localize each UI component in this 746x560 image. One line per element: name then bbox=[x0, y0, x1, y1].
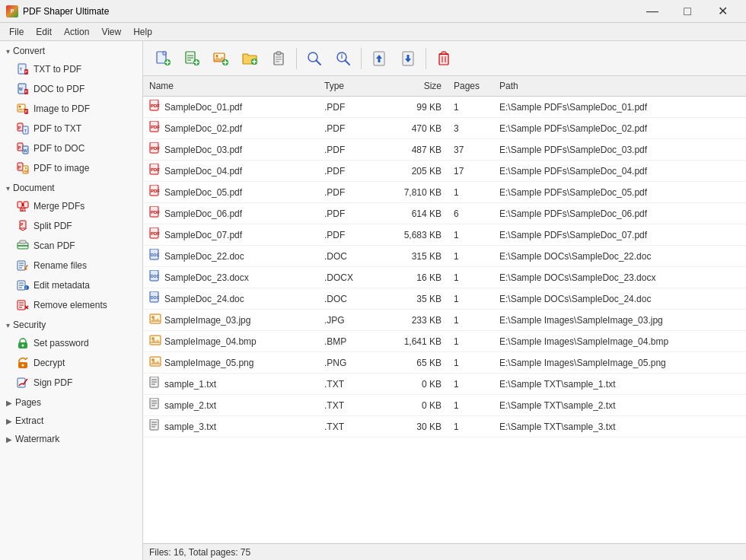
txt-to-pdf-label: TXT to PDF bbox=[33, 64, 81, 75]
close-button[interactable]: ✕ bbox=[705, 0, 740, 23]
txt-to-pdf-icon: TP bbox=[17, 63, 29, 75]
svg-line-81 bbox=[317, 60, 321, 65]
remove-elements-icon bbox=[17, 299, 29, 311]
file-size: 0 KB bbox=[379, 377, 448, 391]
section-pages-header[interactable]: ▶ Pages bbox=[0, 393, 142, 411]
svg-text:PDF: PDF bbox=[151, 125, 160, 129]
svg-rect-32 bbox=[20, 240, 26, 243]
sidebar-item-image-to-pdf[interactable]: P Image to PDF bbox=[0, 99, 142, 119]
sidebar-item-decrypt[interactable]: Decrypt bbox=[0, 353, 142, 373]
minimize-button[interactable]: — bbox=[635, 0, 670, 23]
table-row[interactable]: SampleImage_03.jpg .JPG 233 KB 1 E:\Samp… bbox=[143, 310, 746, 331]
menu-file[interactable]: File bbox=[3, 25, 30, 39]
toolbar-separator-1 bbox=[296, 48, 297, 69]
pdf-to-image-icon: P bbox=[17, 162, 29, 174]
clipboard-button[interactable] bbox=[265, 46, 292, 72]
add-folder-button[interactable] bbox=[236, 46, 263, 72]
table-row[interactable]: DOC SampleDoc_24.doc .DOC 35 KB 1 E:\Sam… bbox=[143, 288, 746, 310]
menu-action[interactable]: Action bbox=[58, 25, 95, 39]
file-name: sample_2.txt bbox=[143, 396, 318, 414]
table-row[interactable]: DOC SampleDoc_22.doc .DOC 315 KB 1 E:\Sa… bbox=[143, 246, 746, 267]
document-chevron: ▾ bbox=[6, 184, 10, 192]
section-convert-header[interactable]: ▾ Convert bbox=[0, 41, 142, 59]
sidebar-item-pdf-to-txt[interactable]: PT PDF to TXT bbox=[0, 119, 142, 138]
table-row[interactable]: sample_1.txt .TXT 0 KB 1 E:\Sample TXT\s… bbox=[143, 374, 746, 395]
section-pages: ▶ Pages bbox=[0, 393, 142, 411]
sidebar-item-split-pdf[interactable]: P Split PDF bbox=[0, 216, 142, 236]
file-path: E:\Sample TXT\sample_1.txt bbox=[493, 377, 746, 391]
file-type: .TXT bbox=[318, 420, 379, 434]
delete-button[interactable] bbox=[430, 46, 457, 72]
file-path: E:\Sample PDFs\SampleDoc_02.pdf bbox=[493, 122, 746, 135]
section-convert: ▾ Convert TP TXT to PDF WP DOC to PDF P … bbox=[0, 41, 142, 178]
add-files-button[interactable] bbox=[149, 46, 177, 72]
sidebar-item-rename-files[interactable]: Rename files bbox=[0, 256, 142, 275]
table-row[interactable]: PDF SampleDoc_01.pdf .PDF 99 KB 1 E:\Sam… bbox=[143, 97, 746, 118]
file-type-icon bbox=[149, 377, 161, 391]
file-size: 5,683 KB bbox=[379, 228, 448, 242]
table-row[interactable]: DOC SampleDoc_23.docx .DOCX 16 KB 1 E:\S… bbox=[143, 267, 746, 288]
sidebar-item-scan-pdf[interactable]: Scan PDF bbox=[0, 236, 142, 256]
section-security-header[interactable]: ▾ Security bbox=[0, 315, 142, 333]
sidebar-item-edit-metadata[interactable]: i Edit metadata bbox=[0, 275, 142, 295]
sidebar-item-sign-pdf[interactable]: Sign PDF bbox=[0, 373, 142, 393]
svg-text:T: T bbox=[20, 67, 22, 72]
col-header-path[interactable]: Path bbox=[493, 79, 746, 93]
svg-text:PDF: PDF bbox=[151, 146, 160, 151]
file-pages: 1 bbox=[448, 420, 493, 434]
move-up-icon bbox=[371, 50, 387, 67]
col-header-pages[interactable]: Pages bbox=[448, 79, 493, 93]
sidebar-item-doc-to-pdf[interactable]: WP DOC to PDF bbox=[0, 79, 142, 99]
sidebar-item-pdf-to-doc[interactable]: PW PDF to DOC bbox=[0, 138, 142, 158]
sidebar-item-txt-to-pdf[interactable]: TP TXT to PDF bbox=[0, 59, 142, 79]
file-size: 7,810 KB bbox=[379, 186, 448, 199]
file-type: .JPG bbox=[318, 313, 379, 327]
maximize-button[interactable]: □ bbox=[670, 0, 705, 23]
menu-view[interactable]: View bbox=[95, 25, 127, 39]
table-row[interactable]: PDF SampleDoc_04.pdf .PDF 205 KB 17 E:\S… bbox=[143, 161, 746, 182]
col-header-name[interactable]: Name bbox=[143, 79, 318, 93]
svg-text:PDF: PDF bbox=[151, 231, 160, 236]
table-row[interactable]: PDF SampleDoc_05.pdf .PDF 7,810 KB 1 E:\… bbox=[143, 182, 746, 203]
table-row[interactable]: PDF SampleDoc_02.pdf .PDF 470 KB 3 E:\Sa… bbox=[143, 118, 746, 139]
menu-help[interactable]: Help bbox=[127, 25, 158, 39]
main-content: ▾ Convert TP TXT to PDF WP DOC to PDF P … bbox=[0, 41, 746, 560]
move-up-button[interactable] bbox=[365, 46, 393, 72]
scan-pdf-icon bbox=[17, 240, 29, 252]
move-down-button[interactable] bbox=[394, 46, 422, 72]
file-pages: 1 bbox=[448, 228, 493, 242]
move-down-icon bbox=[400, 50, 416, 67]
table-row[interactable]: PDF SampleDoc_07.pdf .PDF 5,683 KB 1 E:\… bbox=[143, 224, 746, 246]
table-row[interactable]: sample_3.txt .TXT 30 KB 1 E:\Sample TXT\… bbox=[143, 416, 746, 438]
file-name: sample_3.txt bbox=[143, 418, 318, 435]
table-row[interactable]: PDF SampleDoc_03.pdf .PDF 487 KB 37 E:\S… bbox=[143, 139, 746, 161]
section-extract-header[interactable]: ▶ Extract bbox=[0, 411, 142, 429]
sidebar: ▾ Convert TP TXT to PDF WP DOC to PDF P … bbox=[0, 41, 143, 560]
sidebar-item-pdf-to-image[interactable]: P PDF to image bbox=[0, 158, 142, 178]
table-row[interactable]: SampleImage_05.png .PNG 65 KB 1 E:\Sampl… bbox=[143, 352, 746, 374]
file-type: .BMP bbox=[318, 335, 379, 348]
clipboard-icon bbox=[270, 50, 287, 67]
table-row[interactable]: SampleImage_04.bmp .BMP 1,641 KB 1 E:\Sa… bbox=[143, 331, 746, 352]
section-document-header[interactable]: ▾ Document bbox=[0, 178, 142, 196]
doc-to-pdf-icon: WP bbox=[17, 83, 29, 95]
table-row[interactable]: sample_2.txt .TXT 0 KB 1 E:\Sample TXT\s… bbox=[143, 395, 746, 416]
col-header-type[interactable]: Type bbox=[318, 79, 379, 93]
app-title: PDF Shaper Ultimate bbox=[23, 6, 109, 17]
file-type-icon: DOC bbox=[149, 249, 161, 263]
search-button[interactable] bbox=[301, 46, 328, 72]
sidebar-item-merge-pdfs[interactable]: PDF Merge PDFs bbox=[0, 196, 142, 216]
toolbar bbox=[143, 41, 746, 76]
section-document: ▾ Document PDF Merge PDFs P Split PDF Sc… bbox=[0, 178, 142, 315]
col-header-size[interactable]: Size bbox=[379, 79, 448, 93]
file-type: .PDF bbox=[318, 164, 379, 178]
add-document-button[interactable] bbox=[178, 46, 206, 72]
menu-edit[interactable]: Edit bbox=[30, 25, 58, 39]
table-row[interactable]: PDF SampleDoc_06.pdf .PDF 614 KB 6 E:\Sa… bbox=[143, 203, 746, 224]
add-image-button[interactable] bbox=[207, 46, 234, 72]
section-watermark-header[interactable]: ▶ Watermark bbox=[0, 429, 142, 447]
properties-button[interactable] bbox=[330, 46, 357, 72]
sidebar-item-set-password[interactable]: Set password bbox=[0, 333, 142, 353]
add-img-icon bbox=[212, 50, 229, 67]
sidebar-item-remove-elements[interactable]: Remove elements bbox=[0, 295, 142, 315]
